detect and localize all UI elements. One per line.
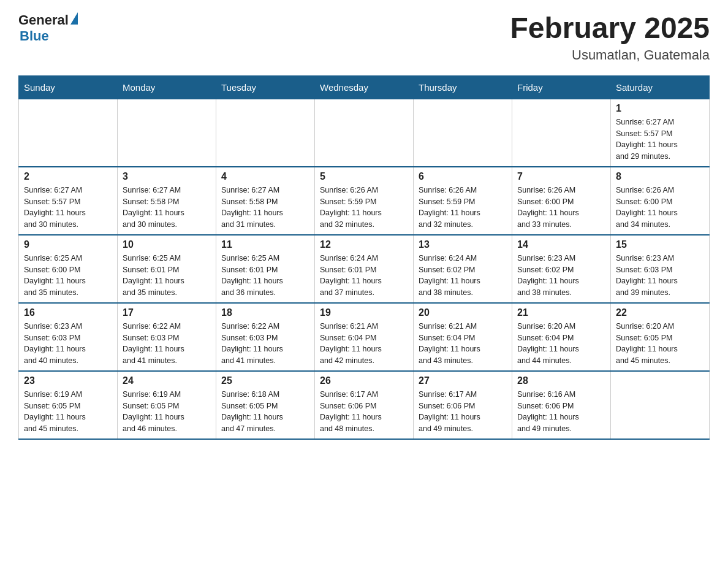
day-number: 2: [24, 171, 112, 182]
weekday-header-monday: Monday: [118, 75, 216, 99]
day-info: Sunrise: 6:17 AM Sunset: 6:06 PM Dayligh…: [419, 389, 507, 435]
day-number: 15: [616, 239, 704, 250]
day-info: Sunrise: 6:22 AM Sunset: 6:03 PM Dayligh…: [123, 321, 211, 367]
weekday-header-thursday: Thursday: [414, 75, 512, 99]
day-info: Sunrise: 6:25 AM Sunset: 6:01 PM Dayligh…: [221, 253, 309, 299]
day-info: Sunrise: 6:20 AM Sunset: 6:04 PM Dayligh…: [517, 321, 605, 367]
day-number: 25: [221, 375, 309, 386]
calendar-cell: 28Sunrise: 6:16 AM Sunset: 6:06 PM Dayli…: [512, 371, 611, 439]
logo: General Blue: [18, 12, 78, 44]
calendar-header: SundayMondayTuesdayWednesdayThursdayFrid…: [19, 75, 710, 99]
calendar-cell: 5Sunrise: 6:26 AM Sunset: 5:59 PM Daylig…: [315, 167, 414, 235]
calendar-cell: 13Sunrise: 6:24 AM Sunset: 6:02 PM Dayli…: [414, 235, 512, 303]
day-info: Sunrise: 6:25 AM Sunset: 6:01 PM Dayligh…: [123, 253, 211, 299]
day-info: Sunrise: 6:23 AM Sunset: 6:02 PM Dayligh…: [517, 253, 605, 299]
calendar-cell: 2Sunrise: 6:27 AM Sunset: 5:57 PM Daylig…: [19, 167, 118, 235]
day-number: 21: [517, 307, 605, 318]
calendar-week-row: 16Sunrise: 6:23 AM Sunset: 6:03 PM Dayli…: [19, 303, 710, 371]
day-number: 14: [517, 239, 605, 250]
day-number: 10: [123, 239, 211, 250]
calendar-cell: [315, 99, 414, 167]
day-info: Sunrise: 6:27 AM Sunset: 5:58 PM Dayligh…: [221, 185, 309, 231]
location-subtitle: Usumatlan, Guatemala: [510, 47, 710, 63]
day-number: 19: [320, 307, 408, 318]
calendar-cell: 9Sunrise: 6:25 AM Sunset: 6:00 PM Daylig…: [19, 235, 118, 303]
calendar-cell: 22Sunrise: 6:20 AM Sunset: 6:05 PM Dayli…: [611, 303, 710, 371]
day-info: Sunrise: 6:24 AM Sunset: 6:01 PM Dayligh…: [320, 253, 408, 299]
day-info: Sunrise: 6:23 AM Sunset: 6:03 PM Dayligh…: [616, 253, 704, 299]
weekday-header-tuesday: Tuesday: [216, 75, 315, 99]
calendar-cell: 15Sunrise: 6:23 AM Sunset: 6:03 PM Dayli…: [611, 235, 710, 303]
day-number: 23: [24, 375, 112, 386]
day-info: Sunrise: 6:26 AM Sunset: 5:59 PM Dayligh…: [320, 185, 408, 231]
calendar-cell: 7Sunrise: 6:26 AM Sunset: 6:00 PM Daylig…: [512, 167, 611, 235]
day-number: 18: [221, 307, 309, 318]
day-info: Sunrise: 6:26 AM Sunset: 5:59 PM Dayligh…: [419, 185, 507, 231]
calendar-cell: 24Sunrise: 6:19 AM Sunset: 6:05 PM Dayli…: [118, 371, 216, 439]
title-section: February 2025 Usumatlan, Guatemala: [510, 12, 710, 63]
calendar-cell: 8Sunrise: 6:26 AM Sunset: 6:00 PM Daylig…: [611, 167, 710, 235]
day-number: 27: [419, 375, 507, 386]
day-info: Sunrise: 6:16 AM Sunset: 6:06 PM Dayligh…: [517, 389, 605, 435]
day-info: Sunrise: 6:20 AM Sunset: 6:05 PM Dayligh…: [616, 321, 704, 367]
day-number: 4: [221, 171, 309, 182]
calendar-cell: 19Sunrise: 6:21 AM Sunset: 6:04 PM Dayli…: [315, 303, 414, 371]
calendar-cell: 11Sunrise: 6:25 AM Sunset: 6:01 PM Dayli…: [216, 235, 315, 303]
calendar-cell: [19, 99, 118, 167]
day-info: Sunrise: 6:19 AM Sunset: 6:05 PM Dayligh…: [123, 389, 211, 435]
day-number: 20: [419, 307, 507, 318]
day-number: 8: [616, 171, 704, 182]
calendar-table: SundayMondayTuesdayWednesdayThursdayFrid…: [18, 75, 710, 440]
day-info: Sunrise: 6:22 AM Sunset: 6:03 PM Dayligh…: [221, 321, 309, 367]
day-number: 17: [123, 307, 211, 318]
day-number: 12: [320, 239, 408, 250]
calendar-cell: 1Sunrise: 6:27 AM Sunset: 5:57 PM Daylig…: [611, 99, 710, 167]
calendar-cell: 16Sunrise: 6:23 AM Sunset: 6:03 PM Dayli…: [19, 303, 118, 371]
day-info: Sunrise: 6:17 AM Sunset: 6:06 PM Dayligh…: [320, 389, 408, 435]
day-info: Sunrise: 6:21 AM Sunset: 6:04 PM Dayligh…: [320, 321, 408, 367]
calendar-cell: 21Sunrise: 6:20 AM Sunset: 6:04 PM Dayli…: [512, 303, 611, 371]
calendar-cell: [611, 371, 710, 439]
calendar-cell: 4Sunrise: 6:27 AM Sunset: 5:58 PM Daylig…: [216, 167, 315, 235]
calendar-week-row: 23Sunrise: 6:19 AM Sunset: 6:05 PM Dayli…: [19, 371, 710, 439]
calendar-cell: 18Sunrise: 6:22 AM Sunset: 6:03 PM Dayli…: [216, 303, 315, 371]
calendar-cell: [118, 99, 216, 167]
day-info: Sunrise: 6:21 AM Sunset: 6:04 PM Dayligh…: [419, 321, 507, 367]
calendar-cell: 17Sunrise: 6:22 AM Sunset: 6:03 PM Dayli…: [118, 303, 216, 371]
day-info: Sunrise: 6:26 AM Sunset: 6:00 PM Dayligh…: [616, 185, 704, 231]
day-number: 16: [24, 307, 112, 318]
day-info: Sunrise: 6:19 AM Sunset: 6:05 PM Dayligh…: [24, 389, 112, 435]
day-number: 6: [419, 171, 507, 182]
logo-general-text: General: [18, 12, 69, 28]
calendar-cell: 14Sunrise: 6:23 AM Sunset: 6:02 PM Dayli…: [512, 235, 611, 303]
day-number: 5: [320, 171, 408, 182]
day-number: 26: [320, 375, 408, 386]
calendar-cell: 27Sunrise: 6:17 AM Sunset: 6:06 PM Dayli…: [414, 371, 512, 439]
day-number: 11: [221, 239, 309, 250]
day-number: 28: [517, 375, 605, 386]
day-info: Sunrise: 6:23 AM Sunset: 6:03 PM Dayligh…: [24, 321, 112, 367]
weekday-header-row: SundayMondayTuesdayWednesdayThursdayFrid…: [19, 75, 710, 99]
day-number: 22: [616, 307, 704, 318]
day-info: Sunrise: 6:27 AM Sunset: 5:57 PM Dayligh…: [616, 117, 704, 163]
day-number: 13: [419, 239, 507, 250]
calendar-cell: 6Sunrise: 6:26 AM Sunset: 5:59 PM Daylig…: [414, 167, 512, 235]
calendar-week-row: 2Sunrise: 6:27 AM Sunset: 5:57 PM Daylig…: [19, 167, 710, 235]
calendar-cell: 25Sunrise: 6:18 AM Sunset: 6:05 PM Dayli…: [216, 371, 315, 439]
day-info: Sunrise: 6:27 AM Sunset: 5:57 PM Dayligh…: [24, 185, 112, 231]
calendar-cell: [414, 99, 512, 167]
day-info: Sunrise: 6:26 AM Sunset: 6:00 PM Dayligh…: [517, 185, 605, 231]
calendar-cell: [216, 99, 315, 167]
calendar-cell: 20Sunrise: 6:21 AM Sunset: 6:04 PM Dayli…: [414, 303, 512, 371]
day-info: Sunrise: 6:25 AM Sunset: 6:00 PM Dayligh…: [24, 253, 112, 299]
weekday-header-wednesday: Wednesday: [315, 75, 414, 99]
calendar-cell: 26Sunrise: 6:17 AM Sunset: 6:06 PM Dayli…: [315, 371, 414, 439]
page-header: General Blue February 2025 Usumatlan, Gu…: [18, 12, 710, 63]
day-number: 3: [123, 171, 211, 182]
calendar-body: 1Sunrise: 6:27 AM Sunset: 5:57 PM Daylig…: [19, 99, 710, 439]
day-info: Sunrise: 6:24 AM Sunset: 6:02 PM Dayligh…: [419, 253, 507, 299]
day-info: Sunrise: 6:27 AM Sunset: 5:58 PM Dayligh…: [123, 185, 211, 231]
calendar-week-row: 1Sunrise: 6:27 AM Sunset: 5:57 PM Daylig…: [19, 99, 710, 167]
day-number: 24: [123, 375, 211, 386]
logo-triangle-icon: [70, 12, 78, 25]
